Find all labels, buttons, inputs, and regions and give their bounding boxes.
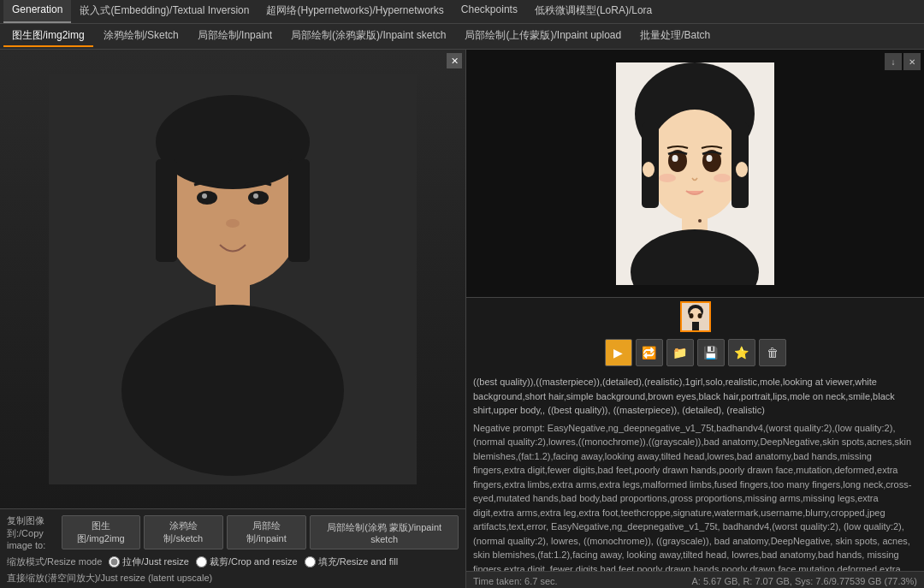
svg-point-22 bbox=[672, 155, 678, 162]
svg-rect-3 bbox=[156, 159, 177, 262]
svg-point-9 bbox=[202, 193, 207, 199]
svg-point-35 bbox=[697, 313, 702, 318]
close-output-button[interactable]: ✕ bbox=[903, 53, 921, 70]
tool-icons-row: ▶ 🔁 📁 💾 ⭐ 🗑 bbox=[466, 336, 924, 370]
resize-crop-radio[interactable] bbox=[196, 556, 207, 567]
svg-rect-33 bbox=[692, 322, 699, 330]
output-controls: ↓ ✕ bbox=[885, 53, 921, 70]
tab-lora[interactable]: 低秩微调模型(LoRA)/Lora bbox=[526, 0, 660, 23]
subnav-inpaint-sketch[interactable]: 局部绘制(涂鸦蒙版)/Inpaint sketch bbox=[282, 26, 454, 47]
subnav-batch[interactable]: 批量处理/Batch bbox=[631, 26, 719, 47]
svg-point-11 bbox=[226, 219, 240, 228]
subnav-inpaint-upload[interactable]: 局部绘制(上传蒙版)/Inpaint upload bbox=[456, 26, 630, 47]
svg-point-2 bbox=[156, 95, 310, 189]
resize-just-option[interactable]: 拉伸/Just resize bbox=[109, 555, 189, 568]
svg-point-34 bbox=[689, 313, 693, 318]
resize-crop-label: 裁剪/Crop and resize bbox=[210, 555, 298, 568]
left-panel: ✕ 复制图像到:/Copyimage to: 图生图/img2img 涂鸦绘制/… bbox=[0, 50, 466, 588]
copy-image-row: 复制图像到:/Copyimage to: 图生图/img2img 涂鸦绘制/sk… bbox=[7, 514, 459, 550]
svg-rect-4 bbox=[288, 159, 310, 262]
main-layout: ✕ 复制图像到:/Copyimage to: 图生图/img2img 涂鸦绘制/… bbox=[0, 50, 924, 588]
tab-checkpoints[interactable]: Checkpoints bbox=[453, 0, 526, 23]
subnav-img2img[interactable]: 图生图/img2img bbox=[3, 26, 93, 47]
copy-to-sketch-button[interactable]: 涂鸦绘制/sketch bbox=[144, 515, 223, 549]
folder-button[interactable]: 📁 bbox=[666, 339, 694, 366]
status-bar: Time taken: 6.7 sec. A: 5.67 GB, R: 7.07… bbox=[466, 571, 924, 588]
download-output-button[interactable]: ↓ bbox=[885, 53, 902, 70]
prompt-area: ((best quality)),((masterpiece)),(detail… bbox=[466, 370, 924, 571]
copy-to-inpaint-sketch-button[interactable]: 局部绘制(涂鸦 蒙版)/inpaint sketch bbox=[310, 515, 459, 549]
bottom-controls: 复制图像到:/Copyimage to: 图生图/img2img 涂鸦绘制/sk… bbox=[0, 508, 465, 588]
negative-prompt-text: Negative prompt: EasyNegative,ng_deepneg… bbox=[473, 421, 917, 572]
top-nav: Generation 嵌入式(Embedding)/Textual Invers… bbox=[0, 0, 924, 24]
star-button[interactable]: ⭐ bbox=[728, 339, 755, 366]
copy-to-inpaint-button[interactable]: 局部绘制/inpaint bbox=[227, 515, 307, 549]
sys-info: A: 5.67 GB, R: 7.07 GB, Sys: 7.6/9.77539… bbox=[691, 576, 917, 586]
svg-point-27 bbox=[659, 174, 676, 182]
svg-point-25 bbox=[643, 162, 654, 177]
trash-button[interactable]: 🗑 bbox=[759, 339, 786, 366]
time-taken: Time taken: 6.7 sec. bbox=[473, 576, 558, 586]
play-button[interactable]: ▶ bbox=[605, 339, 632, 366]
tab-embedding[interactable]: 嵌入式(Embedding)/Textual Inversion bbox=[71, 0, 258, 23]
tab-generation[interactable]: Generation bbox=[3, 0, 71, 23]
close-image-button[interactable]: ✕ bbox=[447, 53, 462, 68]
positive-prompt-text: ((best quality)),((masterpiece)),(detail… bbox=[473, 375, 917, 418]
svg-point-10 bbox=[253, 193, 258, 199]
resize-just-radio[interactable] bbox=[109, 556, 120, 567]
refresh-button[interactable]: 🔁 bbox=[636, 339, 663, 366]
svg-point-23 bbox=[707, 155, 713, 162]
sub-nav: 图生图/img2img 涂鸦绘制/Sketch 局部绘制/Inpaint 局部绘… bbox=[0, 24, 924, 50]
thumbnail-1[interactable] bbox=[680, 301, 711, 332]
resize-mode-label: 缩放模式/Resize mode bbox=[7, 555, 102, 568]
subnav-inpaint[interactable]: 局部绘制/Inpaint bbox=[189, 26, 281, 47]
tab-hypernetworks[interactable]: 超网络(Hypernetworks)/Hypernetworks bbox=[258, 0, 452, 23]
latent-upscale-label[interactable]: 直接缩放(潜空间放大)/Just resize (latent upscale) bbox=[7, 572, 459, 585]
svg-point-28 bbox=[714, 174, 731, 182]
svg-point-15 bbox=[648, 110, 742, 221]
resize-mode-row: 缩放模式/Resize mode 拉伸/Just resize 裁剪/Crop … bbox=[7, 555, 459, 568]
svg-point-24 bbox=[698, 219, 702, 223]
right-panel: ↓ ✕ ▶ 🔁 📁 💾 bbox=[466, 50, 924, 588]
svg-point-26 bbox=[736, 162, 748, 177]
resize-crop-option[interactable]: 裁剪/Crop and resize bbox=[196, 555, 298, 568]
svg-point-6 bbox=[121, 305, 344, 476]
output-image-area: ↓ ✕ bbox=[466, 50, 924, 298]
resize-just-label: 拉伸/Just resize bbox=[122, 555, 189, 568]
resize-fill-option[interactable]: 填充/Resize and fill bbox=[305, 555, 399, 568]
svg-point-8 bbox=[248, 191, 269, 205]
resize-fill-label: 填充/Resize and fill bbox=[318, 555, 399, 568]
copy-image-label: 复制图像到:/Copyimage to: bbox=[7, 514, 58, 550]
source-image-area[interactable]: ✕ bbox=[0, 50, 465, 508]
svg-point-7 bbox=[197, 191, 217, 205]
subnav-sketch[interactable]: 涂鸦绘制/Sketch bbox=[95, 26, 187, 47]
copy-to-img2img-button[interactable]: 图生图/img2img bbox=[62, 515, 140, 549]
thumbnail-row bbox=[466, 298, 924, 336]
action-buttons: 图生图/img2img 涂鸦绘制/sketch 局部绘制/inpaint 局部绘… bbox=[62, 515, 459, 549]
resize-fill-radio[interactable] bbox=[305, 556, 316, 567]
save-button[interactable]: 💾 bbox=[697, 339, 725, 366]
